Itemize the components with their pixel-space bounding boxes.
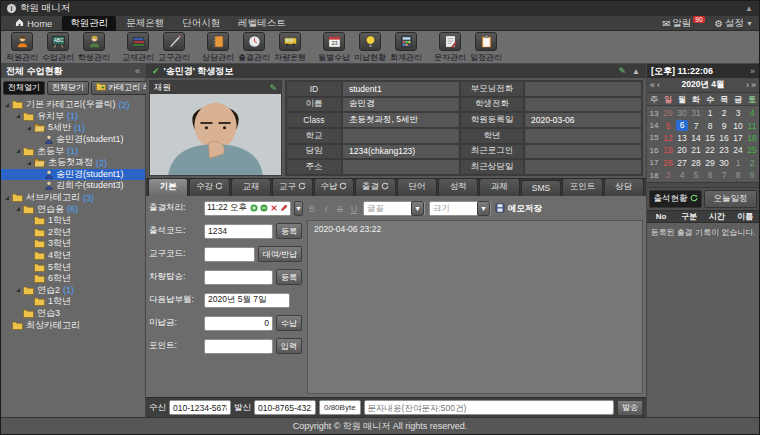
calendar-day[interactable]: 19 <box>661 145 675 155</box>
remove-attendance-icon[interactable] <box>260 204 268 212</box>
calendar-day[interactable]: 21 <box>689 145 703 155</box>
attendance-field[interactable]: 11:22 오후 <box>204 201 291 216</box>
expand-arrow-icon[interactable] <box>16 288 20 292</box>
calendar-day[interactable]: 31 <box>689 108 703 118</box>
form-button-등록[interactable]: 등록 <box>276 269 302 285</box>
calendar-day[interactable]: 26 <box>661 158 675 168</box>
tree-item[interactable]: 서브카테고리(3) <box>1 192 145 204</box>
expand-arrow-icon[interactable] <box>27 126 31 130</box>
tree-item[interactable]: 최상카테고리 <box>1 319 145 331</box>
prev-year-icon[interactable]: « <box>650 80 655 90</box>
form-input[interactable] <box>204 316 273 331</box>
delete-attendance-icon[interactable] <box>270 204 278 212</box>
recv-number-input[interactable] <box>169 400 231 415</box>
tree-item[interactable]: 기본 카테고리(우클릭)(2) <box>1 99 145 111</box>
menu-item-학원관리[interactable]: 학원관리 <box>62 16 116 31</box>
calendar-day[interactable]: 6 <box>703 170 717 180</box>
calendar-day[interactable]: 23 <box>717 145 731 155</box>
edit-icon[interactable]: ✎ <box>619 66 627 76</box>
calendar-day[interactable]: 12 <box>661 133 675 143</box>
calendar-day[interactable]: 27 <box>675 158 689 168</box>
toolbar-button-상담관리[interactable]: 상담관리 <box>201 32 235 63</box>
memo-save-button[interactable]: 메모저장 <box>495 203 542 215</box>
tree-item[interactable]: 송민경(student1) <box>1 169 145 181</box>
calendar-day[interactable]: 5 <box>689 170 703 180</box>
add-attendance-icon[interactable] <box>250 204 258 212</box>
form-button-수납[interactable]: 수납 <box>276 315 302 331</box>
toolbar-button-수업관리[interactable]: ABC수업관리 <box>41 32 75 63</box>
tree-item[interactable]: 초등부(1) <box>1 145 145 157</box>
calendar-day[interactable]: 24 <box>731 145 745 155</box>
menu-item-단어시험[interactable]: 단어시험 <box>174 16 228 31</box>
tree-item[interactable]: 연습3 <box>1 308 145 320</box>
tab-SMS[interactable]: SMS <box>521 180 561 196</box>
expand-arrow-icon[interactable] <box>5 103 9 107</box>
calendar-day[interactable]: 29 <box>661 108 675 118</box>
size-select[interactable]: 크기 ▼ <box>429 201 491 216</box>
next-month-icon[interactable]: › <box>746 80 749 90</box>
calendar-day[interactable]: 11 <box>745 121 759 131</box>
toolbar-button-차량운행[interactable]: 차량운행 <box>273 32 307 63</box>
tab-포인트[interactable]: 포인트 <box>562 178 602 196</box>
strike-icon[interactable]: S <box>335 204 345 214</box>
tree-item[interactable]: 송민경(student1) <box>1 134 145 146</box>
tree-item[interactable]: 연습용(6) <box>1 203 145 215</box>
tree-item[interactable]: 유치부(1) <box>1 111 145 123</box>
toolbar-button-교재관리[interactable]: 교재관리 <box>121 32 155 63</box>
sms-send-button[interactable]: 발송 <box>617 400 643 416</box>
memo-content[interactable]: 2020-04-06 23:22 <box>307 220 643 394</box>
calendar-day[interactable]: 18 <box>745 133 759 143</box>
tab-수납[interactable]: 수납 <box>314 178 354 196</box>
calendar-day[interactable]: 3 <box>731 108 745 118</box>
form-input[interactable] <box>204 339 273 354</box>
tree-item[interactable]: 3학년 <box>1 238 145 250</box>
italic-icon[interactable]: I <box>321 204 331 214</box>
tree-item[interactable]: 2학년 <box>1 227 145 239</box>
tree-item[interactable]: 5세반(1) <box>1 122 145 134</box>
menu-item-레벨테스트[interactable]: 레벨테스트 <box>230 16 294 31</box>
calendar-day[interactable]: 13 <box>675 133 689 143</box>
sms-message-input[interactable] <box>364 400 614 415</box>
calendar-day[interactable]: 2 <box>745 158 759 168</box>
sidebar-collapse-icon[interactable]: « <box>135 66 140 76</box>
right-tab-출석현황[interactable]: 출석현황 <box>649 190 702 208</box>
send-number-input[interactable] <box>254 400 316 415</box>
toolbar-button-미납현황[interactable]: 미납현황 <box>353 32 387 63</box>
calendar-day[interactable]: 28 <box>689 158 703 168</box>
calendar-day[interactable]: 7 <box>717 170 731 180</box>
expand-arrow-icon[interactable] <box>16 207 20 211</box>
form-input[interactable] <box>204 247 255 262</box>
toolbar-button-월별수납[interactable]: 23월별수납 <box>317 32 351 63</box>
sidebar-button-전체닫기[interactable]: 전체닫기 <box>47 81 89 95</box>
menu-item-Home[interactable]: Home <box>7 16 60 31</box>
underline-icon[interactable]: U <box>349 204 359 214</box>
tree-item[interactable]: 6학년 <box>1 273 145 285</box>
tree-item[interactable]: 1학년 <box>1 215 145 227</box>
tree-item[interactable]: 초등첫과정(2) <box>1 157 145 169</box>
calendar-day[interactable]: 4 <box>745 108 759 118</box>
tab-출결[interactable]: 출결 <box>355 178 395 196</box>
form-input[interactable] <box>204 293 290 308</box>
tab-상담[interactable]: 상담 <box>604 178 644 196</box>
right-tab-오늘일정[interactable]: 오늘일정 <box>704 190 757 208</box>
form-button-대여/반납[interactable]: 대여/반납 <box>258 246 302 262</box>
toolbar-button-문자관리[interactable]: 문자관리 <box>433 32 467 63</box>
tree-item[interactable]: 김희수(student3) <box>1 180 145 192</box>
calendar-day[interactable]: 16 <box>717 133 731 143</box>
panel-collapse-icon[interactable]: » <box>750 66 755 76</box>
expand-arrow-icon[interactable] <box>5 196 9 200</box>
calendar-day[interactable]: 3 <box>661 170 675 180</box>
calendar-day[interactable]: 9 <box>717 121 731 131</box>
form-button-등록[interactable]: 등록 <box>276 223 302 239</box>
bold-icon[interactable]: B <box>307 204 317 214</box>
calendar-day[interactable]: 6 <box>675 120 689 131</box>
toolbar-button-학생관리[interactable]: 학생관리 <box>77 32 111 63</box>
calendar-day[interactable]: 20 <box>675 145 689 155</box>
calendar-day[interactable]: 14 <box>689 133 703 143</box>
sidebar-button-전체열기[interactable]: 전체열기 <box>3 81 45 95</box>
toolbar-button-일정관리[interactable]: 일정관리 <box>469 32 503 63</box>
font-select[interactable]: 글꼴 ▼ <box>363 201 425 216</box>
toolbar-button-출결관리[interactable]: 출결관리 <box>237 32 271 63</box>
calendar-day[interactable]: 1 <box>731 158 745 168</box>
next-year-icon[interactable]: » <box>751 80 756 90</box>
